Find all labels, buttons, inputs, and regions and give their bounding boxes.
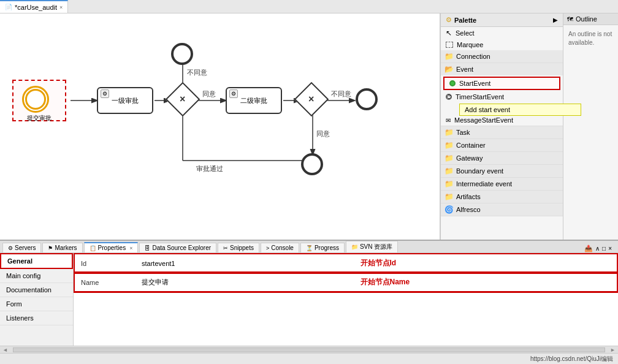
gateway2[interactable]: × [299,87,324,112]
envelope-icon: ✉ [446,117,451,124]
name-value-text: 提交申请 [142,278,169,286]
palette-select[interactable]: ↖ Select [441,27,563,39]
palette-start-event[interactable]: StartEvent [443,77,560,90]
mainconfig-label: Main config [6,272,40,279]
green-dot-icon [449,80,456,86]
task-erji-label: 二级审批 [240,96,267,105]
status-url: https://blog.csdn.net/QiuJi编辑 [530,355,613,363]
cursor-icon: ↖ [446,29,452,37]
start-event-node[interactable] [22,86,49,113]
bottom-export-icon[interactable]: 📤 [584,245,593,252]
listeners-label: Listeners [6,314,34,322]
tab-label: *carUse_audit [15,4,57,11]
task-yiji-label: 一级审批 [112,96,139,105]
canvas-area[interactable]: 不同意 同意 不同意 同意 审批通过 提交审批 [0,13,440,240]
prop-id-value[interactable]: startevent1 [135,254,354,273]
markers-label: Markers [55,245,77,251]
palette-section-event: 📂 Event StartEvent ⏱ TimerStartEvent Add… [441,63,563,126]
timer-start-label: TimerStartEvent [456,93,504,100]
section-intermediate-header[interactable]: 📁 Intermediate event [441,178,563,190]
folder-task-icon: 📁 [444,128,454,137]
bottom-tabs: ⚙ Servers ⚑ Markers 📋 Properties × 🗄 Dat… [0,241,618,253]
prop-name-row: Name 提交申请 开始节点Name [74,273,617,292]
datasource-icon: 🗄 [145,245,150,251]
bottom-scroll[interactable]: ◄ ► [0,346,618,353]
sidebar-mainconfig[interactable]: Main config [0,269,73,283]
section-task-header[interactable]: 📁 Task [441,126,563,138]
tab-datasource[interactable]: 🗄 Data Source Explorer [139,243,216,252]
palette-panel: ⚙ Palette ▶ ↖ Select Marquee 📁 Connectio… [440,13,563,240]
section-task-label: Task [456,129,470,136]
section-gateway-header[interactable]: 📁 Gateway [441,152,563,164]
servers-label: Servers [15,245,36,251]
svg-text:同意: 同意 [202,90,216,97]
properties-sidebar: General Main config Documentation Form L… [0,253,74,346]
bottom-close-icon[interactable]: × [608,245,612,252]
tab-servers[interactable]: ⚙ Servers [2,243,41,252]
progress-label: Progress [315,245,339,251]
palette-section-container: 📁 Container [441,139,563,152]
bottom-min-icon[interactable]: ∧ [595,245,600,252]
section-alfresco-header[interactable]: 🌀 Alfresco [441,203,563,216]
svg-text:不同意: 不同意 [331,90,351,97]
sidebar-general[interactable]: General [0,253,73,269]
palette-expand-icon[interactable]: ▶ [553,17,558,23]
folder-event-icon: 📂 [444,65,454,74]
task-erji[interactable]: ⚙ 二级审批 [226,87,282,114]
tab-markers[interactable]: ⚑ Markers [42,243,82,252]
palette-header: ⚙ Palette ▶ [441,13,563,27]
tab-caruse-audit[interactable]: 📄 *carUse_audit × [0,0,68,13]
folder-boundary-icon: 📁 [444,167,454,175]
prop-name-value[interactable]: 提交申请 [135,273,354,292]
tab-close-icon[interactable]: × [59,4,63,10]
palette-message-start[interactable]: ✉ MessageStartEvent [441,115,563,126]
outline-title: 🗺 Outline [563,13,618,25]
horizontal-scrollbar[interactable] [13,347,605,352]
palette-section-boundary: 📁 Boundary event [441,165,563,178]
tab-icon: 📄 [5,4,12,10]
section-container-label: Container [456,142,486,149]
sidebar-listeners[interactable]: Listeners [0,311,73,325]
sidebar-documentation[interactable]: Documentation [0,283,73,297]
folder-connection-icon: 📁 [444,52,454,61]
name-annotation-text: 开始节点Name [360,278,410,286]
marquee-label: Marquee [457,41,483,48]
tab-progress[interactable]: ⏳ Progress [300,243,345,252]
start-event-label: StartEvent [459,80,490,87]
section-container-header[interactable]: 📁 Container [441,139,563,151]
tab-properties[interactable]: 📋 Properties × [84,242,139,252]
section-artifacts-header[interactable]: 📁 Artifacts [441,191,563,203]
tab-snippets[interactable]: ✂ Snippets [218,243,259,252]
tab-svn[interactable]: 📁 SVN 资源库 [346,241,398,252]
properties-label: Properties [98,245,126,251]
prop-id-row: Id startevent1 开始节点Id [74,254,617,273]
general-label: General [7,257,32,265]
bottom-max-icon[interactable]: □ [602,245,606,252]
outline-message: An outline is not available. [568,31,612,46]
section-boundary-header[interactable]: 📁 Boundary event [441,165,563,177]
properties-close[interactable]: × [129,245,132,251]
properties-main: Id startevent1 开始节点Id Name [74,253,618,346]
progress-icon: ⏳ [306,245,313,251]
task-yiji[interactable]: ⚙ 一级审批 [97,87,153,114]
sidebar-form[interactable]: Form [0,297,73,311]
palette-timer-start[interactable]: ⏱ TimerStartEvent [441,91,563,102]
svn-icon: 📁 [351,244,358,250]
console-icon: > [266,245,269,251]
section-alfresco-label: Alfresco [456,206,481,213]
section-connection-header[interactable]: 📁 Connection [441,50,563,63]
datasource-label: Data Source Explorer [152,245,211,251]
outline-title-text: Outline [576,15,597,23]
palette-marquee[interactable]: Marquee [441,39,563,50]
end-event-1 [356,88,378,110]
outline-icon: 🗺 [567,16,573,23]
main-area: 不同意 同意 不同意 同意 审批通过 提交审批 [0,13,618,240]
gateway1[interactable]: × [170,87,195,112]
folder-container-icon: 📁 [444,141,454,150]
palette-section-gateway: 📁 Gateway [441,152,563,165]
snippets-icon: ✂ [223,245,228,251]
tab-console[interactable]: > Console [261,243,299,252]
palette-section-artifacts: 📁 Artifacts [441,191,563,203]
section-event-header[interactable]: 📂 Event [441,63,563,75]
bottom-content: General Main config Documentation Form L… [0,253,618,346]
